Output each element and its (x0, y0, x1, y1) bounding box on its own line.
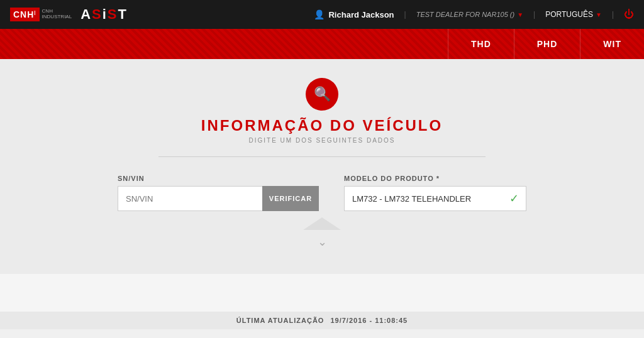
page-title: INFORMAÇÃO DO VEÍCULO (201, 117, 443, 134)
arrow-section: ⌄ (303, 217, 341, 249)
separator-2: | (533, 10, 535, 19)
verify-button[interactable]: VERIFICAR (262, 186, 319, 211)
page-subtitle: DIGITE UM DOS SEGUINTES DADOS (248, 137, 395, 144)
header: CNH| CNH INDUSTRIAL ASiST 👤 Richard Jack… (0, 0, 644, 29)
divider-line (158, 156, 486, 157)
user-icon: 👤 (314, 9, 325, 19)
power-button[interactable]: ⏻ (624, 9, 634, 20)
language-arrow-icon: ▼ (596, 11, 602, 18)
cnh-logo: CNH| CNH INDUSTRIAL (10, 8, 72, 21)
update-bar: ÚLTIMA ATUALIZAÇÃO 19/7/2016 - 11:08:45 (0, 312, 644, 329)
dealer-info: TEST DEALER FOR NAR105 () ▼ (416, 11, 523, 18)
user-info: 👤 Richard Jackson (314, 9, 394, 19)
update-date: 19/7/2016 - 11:08:45 (330, 317, 408, 324)
dealer-name-text: TEST DEALER FOR NAR105 () (416, 11, 514, 18)
dealer-dropdown-icon[interactable]: ▼ (517, 11, 523, 18)
cnh-industrial-text: CNH INDUSTRIAL (42, 9, 72, 20)
model-label: MODELO DO PRODUTO * (344, 175, 526, 182)
language-selector[interactable]: PORTUGUÊS ▼ (545, 10, 602, 19)
header-right: 👤 Richard Jackson | TEST DEALER FOR NAR1… (314, 9, 634, 20)
update-label: ÚLTIMA ATUALIZAÇÃO (236, 317, 325, 324)
model-select[interactable]: LM732 - LM732 TELEHANDLER LM742 - LM742 … (344, 186, 526, 211)
sn-vin-form-group: SN/VIN VERIFICAR (118, 175, 319, 211)
nav-bar: THD PHD WIT (0, 29, 644, 59)
separator-3: | (612, 10, 614, 19)
triangle-up-shape (303, 217, 341, 230)
form-row: SN/VIN VERIFICAR MODELO DO PRODUTO * LM7… (118, 175, 526, 211)
logo-area: CNH| CNH INDUSTRIAL ASiST (10, 6, 128, 23)
model-form-group: MODELO DO PRODUTO * LM732 - LM732 TELEHA… (344, 175, 526, 211)
separator-1: | (404, 10, 406, 19)
sn-vin-input-group: VERIFICAR (118, 186, 319, 211)
asist-logo-text: ASiST (80, 6, 128, 23)
chevron-down-icon: ⌄ (318, 235, 327, 249)
model-select-wrapper: LM732 - LM732 TELEHANDLER LM742 - LM742 … (344, 186, 526, 211)
nav-tab-thd[interactable]: THD (448, 29, 514, 59)
language-text: PORTUGUÊS (545, 10, 593, 19)
user-name-text: Richard Jackson (328, 10, 394, 19)
content-area (0, 274, 644, 312)
main-content: 🔍 INFORMAÇÃO DO VEÍCULO DIGITE UM DOS SE… (0, 59, 644, 274)
nav-tab-wit[interactable]: WIT (580, 29, 644, 59)
nav-tabs: THD PHD WIT (448, 29, 644, 59)
sn-vin-input[interactable] (118, 186, 262, 211)
search-icon-circle: 🔍 (306, 78, 338, 111)
cnh-box-text: CNH| (10, 8, 40, 21)
sn-vin-label: SN/VIN (118, 175, 319, 182)
nav-tab-phd[interactable]: PHD (514, 29, 580, 59)
search-icon: 🔍 (314, 86, 331, 102)
